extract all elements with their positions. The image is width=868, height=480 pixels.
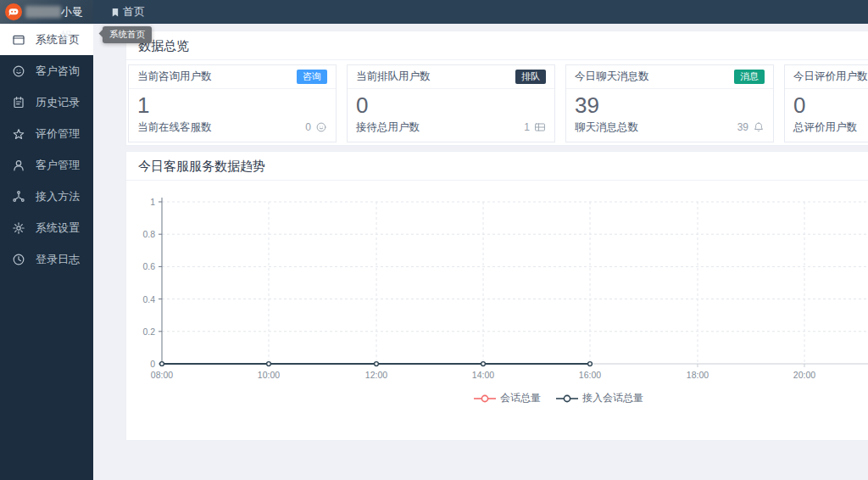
x-tick-label: 14:00 bbox=[472, 370, 494, 380]
data-point bbox=[160, 362, 164, 366]
sidebar-item-system-home[interactable]: 系统首页 bbox=[0, 24, 93, 55]
stat-card-chat-messages: 今日聊天消息数 消息 39 聊天消息总数 39 bbox=[565, 64, 774, 142]
window-icon bbox=[12, 33, 25, 47]
app-logo-icon bbox=[5, 3, 22, 20]
stat-card-label: 今日评价用户数 bbox=[793, 70, 868, 84]
bell-icon bbox=[753, 121, 765, 133]
y-tick-label: 0.8 bbox=[142, 229, 155, 239]
stat-card-value: 39 bbox=[566, 89, 773, 118]
tab-home-label: 首页 bbox=[123, 4, 145, 20]
stat-card-footer-label: 聊天消息总数 bbox=[575, 120, 638, 135]
sidebar-item-label: 评价管理 bbox=[36, 126, 80, 142]
x-tick-label: 18:00 bbox=[687, 370, 709, 380]
tab-home[interactable]: 首页 bbox=[103, 0, 152, 24]
sidebar-item-system-settings[interactable]: 系统设置 bbox=[0, 212, 93, 243]
stat-card-footer-value: 1 bbox=[524, 121, 530, 133]
gear-icon bbox=[12, 221, 25, 235]
chart-panel: 今日客服服务数据趋势 1 bbox=[125, 151, 868, 441]
data-point bbox=[375, 362, 379, 366]
legend-item-connected-sessions-total[interactable]: 接入会话总量 bbox=[556, 391, 643, 405]
top-navbar: 小曼姐 首页 bbox=[0, 0, 868, 24]
y-tick-label: 0.2 bbox=[142, 327, 155, 337]
sidebar-item-label: 历史记录 bbox=[36, 95, 80, 110]
stat-cards-row: 当前咨询用户数 咨询 1 当前在线客服数 0 当前排队用户数 排队 0 接待总用… bbox=[128, 64, 868, 142]
x-tick-label: 20:00 bbox=[793, 370, 815, 380]
sidebar-item-access-method[interactable]: 接入方法 bbox=[0, 181, 93, 212]
y-tick-label: 1 bbox=[150, 197, 155, 207]
star-icon bbox=[12, 127, 25, 141]
legend-label: 会话总量 bbox=[500, 391, 541, 405]
chat-smiley-icon bbox=[315, 121, 327, 133]
overview-panel-title: 数据总览 bbox=[126, 31, 868, 60]
status-badge: 消息 bbox=[734, 70, 765, 83]
data-point bbox=[267, 362, 271, 366]
sidebar-item-label: 客户咨询 bbox=[36, 64, 80, 79]
sidebar-item-review-manage[interactable]: 评价管理 bbox=[0, 118, 93, 149]
sidebar-item-customer-consult[interactable]: 客户咨询 bbox=[0, 55, 93, 87]
y-tick-label: 0 bbox=[150, 359, 155, 369]
stat-card-review-users: 今日评价用户数 0 总评价用户数 bbox=[784, 64, 868, 142]
user-name: 小曼姐 bbox=[61, 0, 93, 24]
legend-marker-icon bbox=[556, 393, 578, 404]
stat-card-value: 1 bbox=[129, 89, 336, 118]
stat-card-value: 0 bbox=[348, 89, 554, 118]
x-tick-label: 12:00 bbox=[365, 370, 387, 380]
bookmark-icon bbox=[110, 7, 120, 18]
stat-card-footer-value: 0 bbox=[305, 121, 311, 133]
sidebar-item-label: 客户管理 bbox=[36, 158, 80, 173]
y-tick-label: 0.6 bbox=[142, 261, 155, 271]
stat-card-value: 0 bbox=[785, 89, 868, 118]
chart-legend: 会话总量 接入会话总量 bbox=[126, 391, 868, 405]
tooltip-text: 系统首页 bbox=[109, 29, 145, 39]
sidebar-item-label: 接入方法 bbox=[36, 189, 80, 204]
redacted-brand-name bbox=[25, 6, 61, 18]
status-badge: 咨询 bbox=[297, 70, 327, 83]
chat-smiley-icon bbox=[12, 64, 25, 78]
id-card-icon bbox=[534, 121, 546, 133]
chart-panel-title: 今日客服服务数据趋势 bbox=[126, 152, 868, 181]
x-tick-label: 16:00 bbox=[579, 370, 601, 380]
stat-card-queued-users: 当前排队用户数 排队 0 接待总用户数 1 bbox=[347, 64, 555, 142]
legend-item-sessions-total[interactable]: 会话总量 bbox=[474, 391, 541, 405]
clock-icon bbox=[12, 253, 25, 266]
notebook-icon bbox=[12, 96, 25, 109]
stat-card-footer-label: 总评价用户数 bbox=[793, 120, 857, 135]
data-point bbox=[481, 362, 486, 366]
api-icon bbox=[12, 190, 25, 204]
stat-card-consulting-users: 当前咨询用户数 咨询 1 当前在线客服数 0 bbox=[128, 64, 337, 142]
stat-card-footer-value: 39 bbox=[737, 121, 748, 133]
stat-card-footer-label: 当前在线客服数 bbox=[137, 120, 212, 135]
status-badge: 排队 bbox=[515, 70, 546, 83]
stat-card-label: 当前排队用户数 bbox=[356, 70, 431, 84]
stat-card-label: 当前咨询用户数 bbox=[137, 70, 212, 84]
sidebar-item-login-log[interactable]: 登录日志 bbox=[0, 243, 93, 275]
sidebar-item-customer-manage[interactable]: 客户管理 bbox=[0, 149, 93, 181]
brand-area: 小曼姐 bbox=[0, 0, 93, 24]
sidebar-item-label: 系统设置 bbox=[36, 220, 80, 236]
user-icon bbox=[12, 159, 25, 172]
sidebar-item-label: 系统首页 bbox=[36, 32, 80, 47]
stat-card-label: 今日聊天消息数 bbox=[575, 70, 649, 84]
sidebar: 系统首页 客户咨询 历史记录 评价管理 客户管理 接入方法 系统设置 bbox=[0, 24, 93, 480]
sidebar-item-label: 登录日志 bbox=[36, 252, 80, 267]
tooltip-system-home: 系统首页 bbox=[103, 26, 152, 43]
x-tick-label: 10:00 bbox=[258, 370, 280, 380]
data-point bbox=[588, 362, 593, 366]
sidebar-item-history[interactable]: 历史记录 bbox=[0, 87, 93, 118]
overview-panel: 数据总览 当前咨询用户数 咨询 1 当前在线客服数 0 当前排队用户数 排队 0 bbox=[125, 31, 868, 146]
stat-card-footer-label: 接待总用户数 bbox=[356, 120, 420, 135]
x-tick-label: 08:00 bbox=[151, 370, 173, 380]
y-tick-label: 0.4 bbox=[142, 294, 155, 304]
legend-marker-icon bbox=[474, 393, 496, 404]
legend-label: 接入会话总量 bbox=[582, 391, 643, 405]
